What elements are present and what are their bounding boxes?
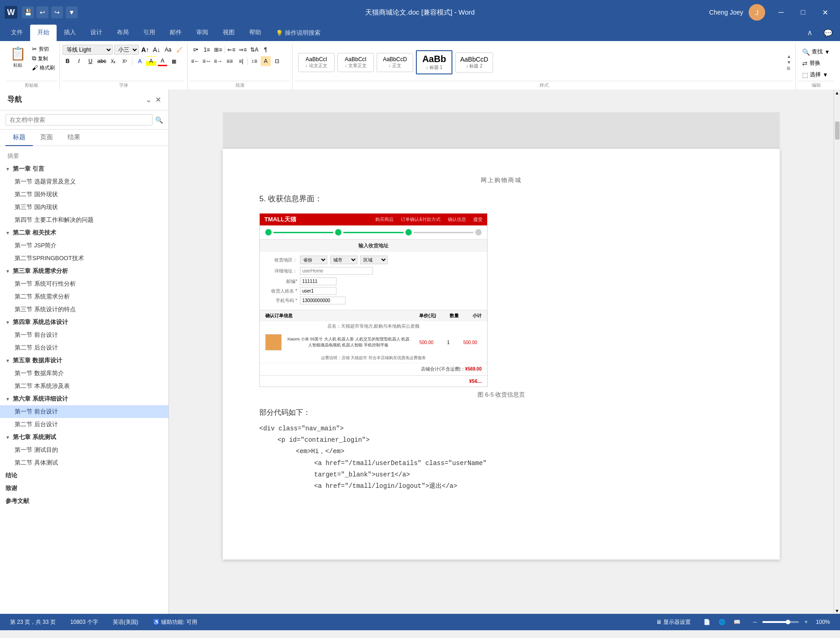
nav-close-button[interactable]: ✕: [155, 95, 161, 104]
search-button[interactable]: 🔍: [155, 116, 163, 124]
char-shading-button[interactable]: ▦: [169, 56, 179, 66]
multilevel-list-button[interactable]: ⊞≡: [213, 45, 223, 55]
city-select[interactable]: 城市: [330, 256, 357, 264]
collapse-ribbon-button[interactable]: ∧: [800, 25, 820, 41]
minimize-button[interactable]: ─: [771, 5, 792, 20]
web-view-button[interactable]: 🌐: [716, 618, 728, 626]
tab-search[interactable]: 💡 操作说明搜索: [268, 25, 328, 41]
show-marks-button[interactable]: ¶: [261, 45, 271, 55]
accessibility-info[interactable]: ♿ 辅助功能: 可用: [150, 617, 200, 627]
receiver-input[interactable]: [300, 287, 336, 295]
font-color-button[interactable]: A: [158, 56, 168, 66]
zoom-in-button[interactable]: +: [802, 618, 810, 626]
nav-ch7-s1[interactable]: 第一节 测试目的: [0, 444, 168, 456]
style-body[interactable]: AaBbCcD ↓ 正文: [377, 53, 413, 72]
tab-layout[interactable]: 布局: [110, 25, 136, 41]
nav-references[interactable]: 参考文献: [0, 495, 168, 507]
style-h2[interactable]: AaBbCcD ↓ 标题 2: [455, 52, 493, 73]
address-input[interactable]: [300, 267, 373, 275]
search-input[interactable]: [5, 114, 152, 126]
nav-ch3-s1[interactable]: 第一节 系统可行性分析: [0, 277, 168, 290]
increase-indent-button[interactable]: ⇒≡: [238, 45, 248, 55]
select-button[interactable]: ⬚ 选择 ▼: [798, 69, 832, 80]
style-scroll-up[interactable]: ▲: [785, 53, 793, 59]
nav-ch2-s2[interactable]: 第二节SPRINGBOOT技术: [0, 252, 168, 265]
word-count[interactable]: 10803 个字: [68, 617, 101, 627]
print-view-button[interactable]: 📄: [701, 618, 713, 626]
nav-ch5-s2[interactable]: 第二节 本系统涉及表: [0, 380, 168, 392]
scroll-thumb[interactable]: [835, 121, 840, 140]
nav-acknowledgement[interactable]: 致谢: [0, 482, 168, 495]
style-scroll-down[interactable]: ▼: [785, 59, 793, 65]
decrease-indent-button[interactable]: ⇐≡: [226, 45, 236, 55]
scroll-up-button[interactable]: ▲: [834, 89, 840, 96]
nav-ch2-s1[interactable]: 第一节 JSP简介: [0, 239, 168, 252]
nav-ch4-s2[interactable]: 第二节 后台设计: [0, 341, 168, 354]
page-info[interactable]: 第 23 页，共 33 页: [7, 617, 58, 627]
decrease-font-button[interactable]: A↓: [152, 45, 162, 55]
nav-abstract[interactable]: 摘要: [0, 150, 168, 162]
document-area[interactable]: 网上购物商城 5. 收获信息界面： TMALL天猫 购买商品 订单确认&付款方式…: [169, 89, 834, 614]
bullets-button[interactable]: ≡•: [190, 45, 200, 55]
zoom-out-button[interactable]: ─: [751, 618, 760, 626]
nav-conclusion[interactable]: 结论: [0, 469, 168, 482]
tab-design[interactable]: 设计: [83, 25, 110, 41]
align-left-button[interactable]: ≡←: [190, 56, 200, 66]
superscript-button[interactable]: X²: [120, 56, 130, 66]
nav-ch7-s2[interactable]: 第二节 具体测试: [0, 456, 168, 469]
distribute-button[interactable]: ≡|: [236, 56, 246, 66]
replace-button[interactable]: ⇄ 替换: [798, 58, 824, 68]
district-select[interactable]: 区域: [360, 256, 388, 264]
tab-review[interactable]: 审阅: [189, 25, 215, 41]
format-painter-button[interactable]: 🖌 格式刷: [30, 63, 57, 72]
increase-font-button[interactable]: A↑: [140, 45, 150, 55]
nav-chapter3[interactable]: ▼ 第三章 系统需求分析: [0, 265, 168, 277]
autosave-button[interactable]: ▼: [66, 6, 78, 18]
tab-help[interactable]: 帮助: [242, 25, 268, 41]
clear-format-button[interactable]: 🧹: [174, 45, 184, 55]
highlight-color-button[interactable]: A: [146, 56, 156, 66]
paste-button[interactable]: 📋 粘贴: [6, 45, 29, 70]
sort-button[interactable]: ⇅A: [249, 45, 259, 55]
nav-chapter6[interactable]: ▼ 第六章 系统详细设计: [0, 392, 168, 405]
phone-input[interactable]: [300, 297, 346, 304]
nav-ch6-s1[interactable]: 第一节 前台设计: [0, 405, 168, 418]
nav-ch1-s3[interactable]: 第三节 国内现状: [0, 201, 168, 214]
nav-ch1-s4[interactable]: 第四节 主要工作和解决的问题: [0, 214, 168, 226]
text-effect-button[interactable]: A: [135, 56, 145, 66]
style-h1[interactable]: AaBb ↓ 标题 1: [416, 50, 452, 74]
scroll-down-button[interactable]: ▼: [834, 607, 840, 614]
style-expand[interactable]: ⊞: [785, 65, 793, 71]
tab-mailings[interactable]: 邮件: [163, 25, 189, 41]
find-button[interactable]: 🔍 查找 ▼: [798, 47, 834, 57]
nav-tab-results[interactable]: 结果: [60, 130, 88, 146]
close-button[interactable]: ✕: [814, 5, 835, 20]
strikethrough-button[interactable]: abc: [97, 56, 107, 66]
zoom-percent[interactable]: 100%: [813, 618, 833, 626]
style-normal[interactable]: AaBbCcI ↓ 文章正文: [337, 53, 374, 72]
cut-button[interactable]: ✂ 剪切: [30, 45, 57, 53]
nav-tab-headings[interactable]: 标题: [5, 130, 33, 146]
undo-button[interactable]: ↩: [37, 6, 48, 18]
bold-button[interactable]: B: [63, 56, 73, 66]
align-center-button[interactable]: ≡↔: [202, 56, 212, 66]
chat-icon[interactable]: 💬: [820, 25, 836, 41]
save-button[interactable]: 💾: [22, 6, 34, 18]
vertical-scrollbar[interactable]: ▲ ▼: [834, 89, 840, 614]
underline-button[interactable]: U: [85, 56, 95, 66]
tab-file[interactable]: 文件: [4, 25, 30, 41]
read-view-button[interactable]: 📖: [731, 618, 743, 626]
tab-home[interactable]: 开始: [30, 25, 57, 41]
tab-insert[interactable]: 插入: [57, 25, 83, 41]
nav-chapter7[interactable]: ▼ 第七章 系统测试: [0, 431, 168, 444]
line-spacing-button[interactable]: ↕≡: [249, 56, 259, 66]
display-settings-button[interactable]: 🖥 显示器设置: [653, 617, 693, 627]
nav-ch3-s2[interactable]: 第二节 系统需求分析: [0, 290, 168, 303]
font-size-select[interactable]: 小三: [114, 45, 139, 55]
nav-chapter2[interactable]: ▼ 第二章 相关技术: [0, 226, 168, 239]
nav-ch5-s1[interactable]: 第一节 数据库简介: [0, 367, 168, 380]
nav-ch6-s2[interactable]: 第二节 后台设计: [0, 418, 168, 431]
nav-ch3-s3[interactable]: 第三节 系统设计的特点: [0, 303, 168, 316]
redo-button[interactable]: ↪: [51, 6, 63, 18]
copy-button[interactable]: ⧉ 复制: [30, 54, 57, 63]
